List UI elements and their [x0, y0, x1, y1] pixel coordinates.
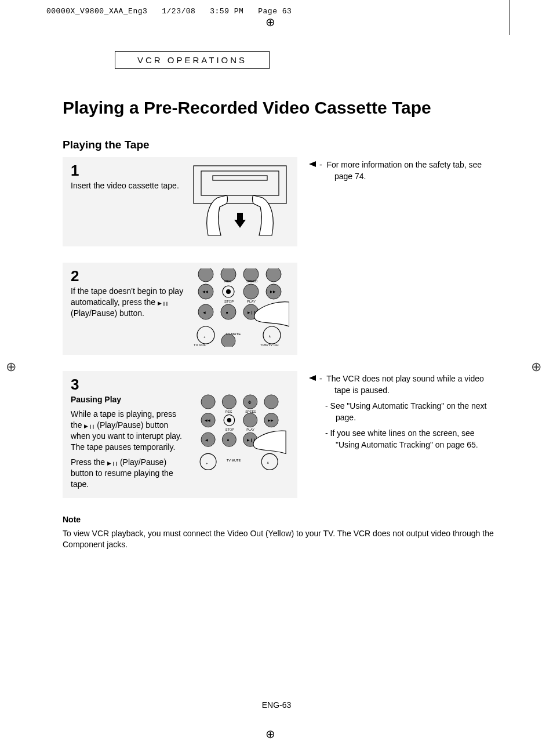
stop-label: STOP — [225, 428, 234, 431]
step-3-subhead: Pausing Play — [71, 394, 184, 405]
page-title: Playing a Pre-Recorded Video Cassette Ta… — [63, 98, 497, 118]
svg-rect-0 — [194, 166, 286, 203]
svg-text:■: ■ — [226, 311, 228, 314]
svg-text:∧: ∧ — [268, 335, 271, 338]
step-2-illustration: ◀◀ REC SPEED ▶▶ STOP PLAY ◀ ■ ▶❙❙ + TV V… — [191, 268, 289, 347]
note-block: Note To view VCR playback, you must conn… — [63, 514, 497, 551]
svg-point-7 — [266, 268, 281, 282]
svg-point-35 — [227, 418, 231, 422]
svg-text:▶▶: ▶▶ — [270, 290, 276, 293]
svg-point-15 — [198, 304, 213, 319]
step-2-sidenote — [309, 263, 497, 265]
svg-text:+: + — [206, 461, 208, 465]
svg-point-27 — [201, 395, 215, 409]
stop-label: STOP — [224, 300, 234, 303]
registration-mark-icon: ⊕ — [265, 15, 275, 29]
prepress-filename: 00000X_V9800_XAA_Eng3 — [46, 7, 147, 16]
rec-label: REC — [224, 279, 232, 283]
prepress-header: 00000X_V9800_XAA_Eng3 1/23/08 3:59 PM Pa… — [46, 7, 292, 16]
svg-point-22 — [197, 326, 214, 344]
step-2-body-b: (Play/Pause) button. — [71, 308, 144, 318]
svg-point-46 — [200, 453, 216, 470]
svg-point-24 — [221, 334, 235, 347]
svg-point-11 — [226, 289, 231, 294]
svg-text:◀◀: ◀◀ — [205, 419, 210, 422]
registration-mark-bottom-icon: ⊕ — [265, 727, 275, 741]
crop-mark-right-icon: ⊕ — [531, 359, 547, 376]
sidenote-3-item-2: If you see white lines on the screen, se… — [325, 428, 497, 450]
step-3-illustration: ⏻ REC SPEED ◀◀ ▶▶ STOP PLAY ◀ ■ ▶❙❙ + TV… — [191, 377, 289, 490]
svg-text:◀: ◀ — [203, 311, 206, 314]
section-subtitle: Playing the Tape — [63, 139, 497, 151]
step-2-text: 2 If the tape doesn't begin to play auto… — [71, 268, 184, 347]
callout-arrow-icon — [309, 161, 316, 167]
step-3-sidenote: - The VCR does not play sound while a vi… — [309, 371, 497, 456]
speed-label: SPEED — [246, 279, 258, 283]
step-3-box: 3 Pausing Play While a tape is playing, … — [63, 371, 297, 498]
crop-mark — [510, 0, 510, 35]
page-content: VCR OPERATIONS Playing a Pre-Recorded Vi… — [63, 51, 497, 551]
rec-label: REC — [225, 410, 232, 413]
step-row-1: 1 Insert the video cassette tape. - For … — [63, 157, 497, 246]
svg-text:⏻: ⏻ — [248, 401, 252, 404]
remote-press-play-icon: ◀◀ REC SPEED ▶▶ STOP PLAY ◀ ■ ▶❙❙ + TV V… — [191, 268, 289, 347]
sidenote-3-item-1: See "Using Automatic Tracking" on the ne… — [325, 401, 497, 423]
step-1-illustration — [191, 163, 289, 238]
play-pause-icon — [84, 421, 94, 430]
play-label: PLAY — [246, 428, 254, 431]
prepress-time: 3:59 PM — [210, 7, 243, 16]
step-3-p2a: Press the — [71, 457, 107, 467]
svg-text:∧: ∧ — [267, 461, 269, 464]
step-1-body: Insert the video cassette tape. — [71, 180, 184, 191]
svg-point-48 — [261, 453, 278, 470]
step-2-box: 2 If the tape doesn't begin to play auto… — [63, 263, 297, 355]
svg-point-12 — [243, 284, 259, 299]
tvmute-label: TV MUTE — [227, 459, 241, 462]
speed-label: SPEED — [245, 410, 256, 413]
step-1-text: 1 Insert the video cassette tape. — [71, 163, 184, 238]
step-row-2: 2 If the tape doesn't begin to play auto… — [63, 263, 497, 355]
crop-mark-left-icon: ⊕ — [6, 359, 22, 376]
step-1-number: 1 — [71, 163, 184, 178]
step-2-number: 2 — [71, 268, 184, 284]
prepress-page: Page 63 — [258, 7, 292, 16]
svg-point-31 — [264, 395, 278, 409]
svg-text:◀: ◀ — [205, 438, 208, 442]
play-label: PLAY — [247, 300, 256, 303]
svg-point-25 — [263, 326, 281, 344]
category-box: VCR OPERATIONS — [115, 51, 270, 69]
step-row-3: 3 Pausing Play While a tape is playing, … — [63, 371, 497, 498]
svg-rect-2 — [213, 176, 267, 180]
svg-point-17 — [221, 304, 236, 319]
sidenote-3-item-0: The VCR does not play sound while a vide… — [326, 374, 484, 395]
play-pause-icon — [158, 299, 168, 307]
svg-point-36 — [243, 413, 257, 427]
page-number: ENG-63 — [0, 700, 553, 710]
svg-text:+: + — [203, 335, 206, 339]
step-3-number: 3 — [71, 377, 184, 392]
svg-text:▶▶: ▶▶ — [268, 419, 274, 422]
svg-point-28 — [222, 395, 236, 409]
prepress-date: 1/23/08 — [162, 7, 195, 16]
sidenote-1-text: For more information on the safety tab, … — [326, 160, 482, 181]
svg-point-4 — [198, 268, 213, 282]
svg-text:◀◀: ◀◀ — [202, 290, 208, 293]
svg-point-41 — [222, 432, 236, 446]
callout-arrow-icon — [309, 375, 316, 381]
note-body: To view VCR playback, you must connect t… — [63, 528, 497, 551]
svg-rect-1 — [201, 171, 279, 195]
step-1-box: 1 Insert the video cassette tape. — [63, 157, 297, 246]
tvvol-label: TV VOL — [194, 343, 206, 347]
step-3-text: 3 Pausing Play While a tape is playing, … — [71, 377, 184, 490]
remote-press-pause-icon: ⏻ REC SPEED ◀◀ ▶▶ STOP PLAY ◀ ■ ▶❙❙ + TV… — [191, 394, 289, 472]
step-1-sidenote: - For more information on the safety tab… — [309, 157, 497, 187]
category-text: VCR OPERATIONS — [137, 55, 247, 65]
note-heading: Note — [63, 514, 497, 526]
play-pause-icon — [107, 459, 118, 467]
insert-tape-icon — [191, 163, 289, 238]
svg-marker-3 — [234, 213, 246, 228]
